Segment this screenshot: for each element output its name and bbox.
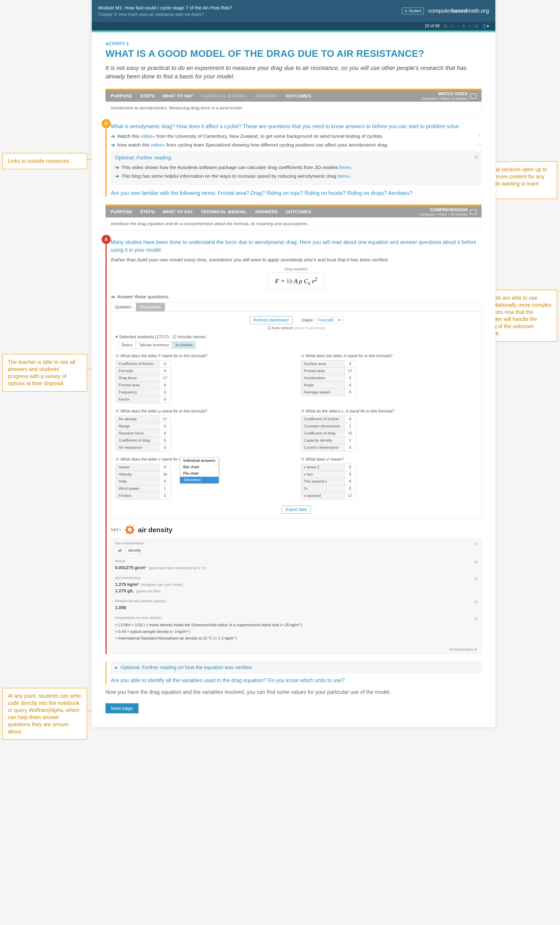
page-indicator: 15 of 90 <box>425 24 440 29</box>
edit-icon[interactable]: ✎ <box>478 142 482 147</box>
nav-first-icon[interactable]: ⊞ <box>444 24 447 29</box>
arrow-icon: ➔ <box>111 142 115 148</box>
home-icon[interactable]: ⌂ <box>475 24 478 29</box>
equation-label: Drag equation <box>111 267 482 271</box>
note-text: Rather than build your own model every t… <box>111 257 482 262</box>
summary-question: Are you now familiar with the following … <box>111 190 482 197</box>
gear-icon[interactable]: ⊕ <box>474 616 478 621</box>
chapter-title: Chapter 3: How much does air resistance … <box>98 12 232 18</box>
tab-steps[interactable]: STEPS <box>140 209 155 214</box>
panel-description: Introduce the drag equation and do a com… <box>105 217 482 230</box>
module-title: Module M1: How fast could I cycle stage … <box>98 4 232 12</box>
page-title: WHAT IS A GOOD MODEL OF THE DRAG DUE TO … <box>105 48 482 59</box>
screen-icon <box>470 209 477 214</box>
tab-techmanual[interactable]: TECHNICAL MANUAL <box>201 209 247 214</box>
next-page-button[interactable]: Next page <box>105 703 138 713</box>
arrow-icon: ➔ <box>115 173 119 179</box>
optional-bar[interactable]: ▸ Optional: Further reading on how the e… <box>111 661 482 673</box>
panel-accent <box>105 205 482 206</box>
header-right: ⊙ Student computerbasedmath.org <box>402 8 489 14</box>
dashboard-controls: Refresh dashboard Class: Francel6▾ <box>116 316 477 324</box>
tab-whattosay[interactable]: WHAT TO SAY <box>163 209 193 214</box>
panel-meta: WATCH VIDEOComputer • Pairs • 5 minutes <box>422 92 477 101</box>
arrow-icon: ➔ <box>115 165 119 170</box>
wolfram-results: Input interpretation:⊕ airdensity Result… <box>111 539 482 654</box>
tab-steps[interactable]: STEPS <box>140 93 155 99</box>
section-outro: ▸ Optional: Further reading on how the e… <box>105 661 482 684</box>
tab-answers[interactable]: ANSWERS <box>255 93 277 99</box>
optional-box: ⊟ Optional: Further reading. ➔This video… <box>111 151 482 185</box>
selected-students[interactable]: ▾ Selected students (17/17) ☑ Include na… <box>116 334 477 339</box>
gear-icon[interactable]: ⊕ <box>474 559 478 565</box>
panel-tabs: PURPOSE STEPS WHAT TO SAY TECHNICAL MANU… <box>105 90 482 102</box>
panel-description: Introduction to aerodynamics. Measuring … <box>105 102 482 114</box>
gear-icon[interactable]: ⊕ <box>474 576 478 581</box>
dashboard-tabs: Question Responses <box>111 303 481 312</box>
callout-resources: Links to outside resources. <box>2 153 87 169</box>
view-status[interactable]: Status <box>118 342 136 348</box>
tab-outcomes[interactable]: OUTCOMES <box>286 93 311 99</box>
input-prefix: In[•]:= <box>111 527 122 532</box>
brand-logo: computerbasedmath.org <box>428 8 489 14</box>
nav-prev-icon[interactable]: ‹ <box>458 24 459 29</box>
header-titles: Module M1: How fast could I cycle stage … <box>98 4 232 18</box>
wolfram-footer: Wolfram|Alpha ⊕ <box>111 645 481 654</box>
callout-wolfram: At any point, students can write code di… <box>2 688 87 740</box>
link[interactable]: here» <box>339 165 352 170</box>
panel-comprehension: PURPOSE STEPS WHAT TO SAY TECHNICAL MANU… <box>105 205 482 230</box>
video-link[interactable]: video» <box>151 142 165 148</box>
lead-paragraph: It is not easy or practical to do an exp… <box>105 64 482 81</box>
tab-techmanual[interactable]: TECHNICAL MANUAL <box>201 93 247 99</box>
header-bar: Module M1: How fast could I cycle stage … <box>92 0 495 22</box>
tab-outcomes[interactable]: OUTCOMES <box>286 209 311 214</box>
outro-text: Now you have the drag equation and the v… <box>105 688 482 696</box>
card-header: Input interpretation:⊕ <box>111 539 481 545</box>
tab-whattosay[interactable]: WHAT TO SAY <box>163 93 193 99</box>
tab-answers[interactable]: ANSWERS <box>255 209 277 214</box>
panel-tabs: PURPOSE STEPS WHAT TO SAY TECHNICAL MANU… <box>105 206 482 217</box>
arrow-icon: ➔ <box>111 294 115 300</box>
section-gold: D What is aerodynamic drag? How does it … <box>105 123 482 197</box>
auto-refresh[interactable]: ☑ Auto refresh (every 5 seconds) <box>116 325 477 330</box>
input-tag: density <box>126 547 144 553</box>
export-button[interactable]: Export data <box>282 506 310 514</box>
instruction-line: ➔This video shows how the Autodesk softw… <box>115 165 477 170</box>
panel-meta: COMPREHENSIONComputer • Pairs • 10 minut… <box>420 208 477 217</box>
instruction-line: ➔Watch this video» from the University o… <box>111 133 482 139</box>
class-select[interactable]: Francel6▾ <box>315 316 343 324</box>
badge-A: A <box>102 235 111 244</box>
callout-teacher: The teacher is able to see all answers a… <box>2 354 87 392</box>
pager-bar: 15 of 90 ⊞ « ‹ › » ⌂ 👤▾ <box>92 22 495 30</box>
tab-purpose[interactable]: PURPOSE <box>110 209 132 214</box>
wolfram-query: air density <box>138 526 172 534</box>
tab-question[interactable]: Question <box>111 303 136 311</box>
student-badge[interactable]: ⊙ Student <box>402 8 424 14</box>
gear-icon[interactable]: ⊕ <box>474 599 478 604</box>
user-icon[interactable]: 👤▾ <box>482 24 489 29</box>
wolfram-badge-icon: ✱ <box>125 525 135 535</box>
collapse-icon[interactable]: ⊟ <box>474 154 478 160</box>
tab-responses[interactable]: Responses <box>136 303 165 311</box>
tab-purpose[interactable]: PURPOSE <box>110 93 132 99</box>
optional-title: Optional: Further reading. <box>115 154 477 161</box>
nav-next-icon[interactable]: › <box>463 24 465 29</box>
badge-D: D <box>102 119 111 128</box>
edit-icon[interactable]: ✎ <box>478 133 482 139</box>
nav-next-next-icon[interactable]: » <box>469 24 471 29</box>
panel-accent <box>105 89 482 90</box>
screen-icon <box>470 93 477 99</box>
section-red: A Many studies have been done to underst… <box>105 238 482 654</box>
drag-equation: F = 1⁄2 A ρ Cd v2 <box>268 273 324 289</box>
input-tag: air <box>115 547 125 553</box>
view-incontext[interactable]: In context <box>172 342 196 348</box>
nav-prev-prev-icon[interactable]: « <box>451 24 454 29</box>
wolfram-input: In[•]:= ✱ air density <box>111 525 482 535</box>
activity-label: ACTIVITY 1 <box>105 42 482 46</box>
link[interactable]: here» <box>337 173 350 179</box>
video-link[interactable]: video» <box>141 133 155 139</box>
refresh-button[interactable]: Refresh dashboard <box>250 316 292 324</box>
view-tabular[interactable]: Tabular summary <box>136 342 172 348</box>
view-tabs: Status Tabular summary In context <box>118 341 196 349</box>
dashboard: Question Responses Refresh dashboard Cla… <box>111 303 482 518</box>
gear-icon[interactable]: ⊕ <box>474 541 478 547</box>
